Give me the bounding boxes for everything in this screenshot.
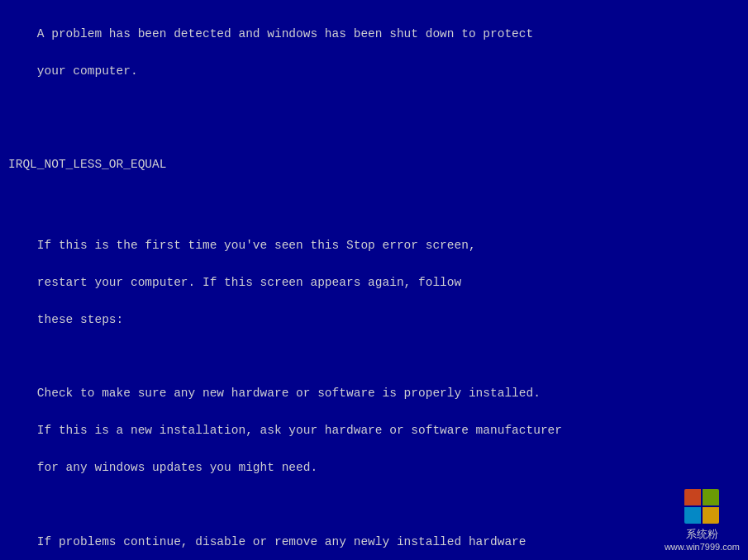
line3: If this is the first time you've seen th…: [37, 239, 476, 252]
line8: for any windows updates you might need.: [37, 461, 317, 474]
line2: your computer.: [37, 64, 138, 78]
error-code: IRQL_NOT_LESS_OR_EQUAL: [8, 155, 740, 173]
line1: A problem has been detected and windows …: [37, 27, 533, 40]
watermark: 系统粉 www.win7999.com: [665, 489, 740, 552]
watermark-label: 系统粉 www.win7999.com: [665, 527, 740, 552]
line7: If this is a new installation, ask your …: [37, 424, 562, 437]
line6: Check to make sure any new hardware or s…: [37, 387, 541, 400]
line4: restart your computer. If this screen ap…: [37, 276, 461, 289]
windows-logo-icon: [684, 489, 719, 524]
line5: these steps:: [37, 313, 123, 326]
bsod-screen: A problem has been detected and windows …: [0, 0, 748, 560]
line9: If problems continue, disable or remove …: [37, 535, 526, 548]
bsod-content: A problem has been detected and windows …: [8, 7, 740, 560]
